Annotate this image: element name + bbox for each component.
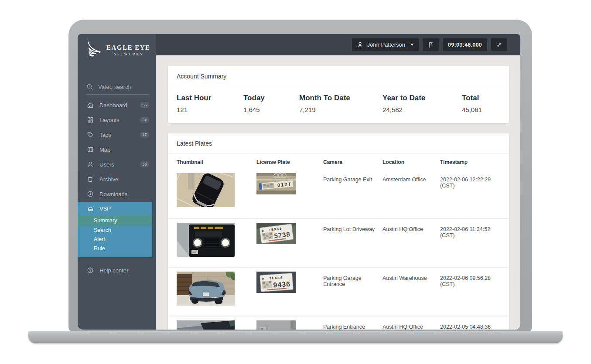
plate-image: 5870 xyxy=(256,320,296,330)
thumbnail-cell xyxy=(177,320,256,330)
sidebar-item-archive[interactable]: Archive xyxy=(78,172,156,187)
thumbnail-image-suv xyxy=(177,320,235,330)
camera-cell: Parking Garage Entrance xyxy=(323,272,383,316)
table-row[interactable]: TEXAS 5738 Parking Lot Driveway Austin H… xyxy=(168,218,509,267)
brand-line1: EAGLE EYE xyxy=(106,44,150,51)
sidebar-subitem-summary[interactable]: Summary xyxy=(78,215,152,226)
sidebar-nav: Dashboard 55 Layouts 24 Tags 1 xyxy=(78,98,156,201)
stat-value: 121 xyxy=(177,106,243,113)
table-row[interactable]: 5870 Parking Entrance Austin HQ Office 2… xyxy=(168,316,509,330)
sidebar-item-map[interactable]: Map xyxy=(78,142,156,157)
license-plate-cell: TEXAS 9436 xyxy=(256,272,323,316)
sidebar-item-label: Dashboard xyxy=(99,102,127,109)
thumbnail-image-hatchback xyxy=(177,272,235,306)
chevron-down-icon xyxy=(410,44,414,46)
stat-value: 24,582 xyxy=(383,106,462,113)
main-area: John Patterson 09:03:46.000 Account xyxy=(156,34,520,330)
brand-logo: EAGLE EYE NETWORKS xyxy=(86,40,156,61)
sidebar-item-label: Help center xyxy=(99,267,128,274)
thumbnail-image-garage-car xyxy=(177,173,235,207)
help-icon xyxy=(87,267,94,274)
layouts-icon xyxy=(87,116,94,123)
stat-label: Today xyxy=(243,94,299,102)
video-search xyxy=(86,83,149,95)
flag-button[interactable] xyxy=(423,38,439,51)
sidebar-item-help-center[interactable]: Help center xyxy=(78,263,156,278)
sidebar-item-tags[interactable]: Tags 17 xyxy=(78,127,156,142)
stat-label: Year to Date xyxy=(383,94,462,102)
person-icon xyxy=(357,41,363,48)
sidebar-subitem-alert[interactable]: Alert xyxy=(78,235,152,244)
sidebar-item-label: Downloads xyxy=(99,191,127,197)
brand-name: EAGLE EYE NETWORKS xyxy=(106,44,150,56)
download-icon xyxy=(87,191,94,197)
count-badge: 17 xyxy=(140,132,149,138)
license-plate-cell: 5870 xyxy=(256,320,323,330)
tag-icon xyxy=(87,131,94,138)
timestamp-cell: 2022-02-06 09:56:28 (CST) xyxy=(440,272,509,316)
sidebar-item-label: Layouts xyxy=(99,117,120,123)
stat-value: 45,061 xyxy=(462,106,509,113)
account-summary-title: Account Summary xyxy=(168,66,509,86)
sidebar-subitem-search[interactable]: Search xyxy=(78,226,152,235)
location-cell: Austin Warehouse xyxy=(383,272,440,316)
table-row[interactable]: TEXAS 9436 Parking Garage Entrance Austi… xyxy=(168,267,509,316)
license-plate-cell: 012T xyxy=(256,173,323,218)
sidebar-item-downloads[interactable]: Downloads xyxy=(78,187,156,201)
sidebar-item-layouts[interactable]: Layouts 24 xyxy=(78,112,156,127)
timestamp-cell: 2022-02-05 04:48:36 (CST) xyxy=(440,320,509,330)
user-menu-button[interactable]: John Patterson xyxy=(352,38,419,51)
stat-month-to-date: Month To Date 7,219 xyxy=(299,94,383,113)
latest-plates-title: Latest Plates xyxy=(168,133,509,153)
sidebar-item-label: Archive xyxy=(99,176,118,183)
table-header-row: Thumbnail License Plate Camera Location … xyxy=(168,153,509,169)
thumbnail-cell xyxy=(177,223,256,267)
account-summary-stats: Last Hour 121 Today 1,645 Month To Date … xyxy=(168,86,509,123)
map-icon xyxy=(87,146,94,153)
stat-value: 7,219 xyxy=(299,106,383,113)
fullscreen-button[interactable] xyxy=(491,38,507,51)
user-name: John Patterson xyxy=(367,41,405,48)
vsp-section: VSP Summary Search Alert Rule xyxy=(78,202,152,257)
stat-label: Total xyxy=(462,94,509,102)
account-summary-card: Account Summary Last Hour 121 Today 1,64… xyxy=(168,66,509,123)
column-header-camera: Camera xyxy=(323,159,383,165)
sidebar: EAGLE EYE NETWORKS Dashboard 55 xyxy=(78,34,156,330)
stat-label: Last Hour xyxy=(177,94,243,102)
sidebar-subitem-rule[interactable]: Rule xyxy=(78,244,152,253)
camera-cell: Parking Lot Driveway xyxy=(323,223,383,267)
clock-display[interactable]: 09:03:46.000 xyxy=(443,38,487,51)
app-window: EAGLE EYE NETWORKS Dashboard 55 xyxy=(78,34,520,330)
thumbnail-cell xyxy=(177,272,256,316)
stat-today: Today 1,645 xyxy=(243,94,299,113)
count-badge: 55 xyxy=(140,102,149,108)
count-badge: 36 xyxy=(140,161,149,167)
count-badge: 24 xyxy=(140,117,149,123)
sidebar-item-label: Tags xyxy=(99,132,111,138)
sidebar-item-label: VSP xyxy=(99,205,111,212)
laptop-base xyxy=(28,331,563,343)
video-search-input[interactable] xyxy=(98,84,146,90)
plate-image: TEXAS 9436 xyxy=(256,272,296,293)
thumbnail-cell xyxy=(177,173,256,218)
timestamp-cell: 2022-02-06 11:34:52 (CST) xyxy=(440,223,509,267)
sidebar-item-dashboard[interactable]: Dashboard 55 xyxy=(78,98,156,112)
stat-label: Month To Date xyxy=(299,94,383,102)
plate-image: TEXAS 5738 xyxy=(256,223,296,244)
column-header-timestamp: Timestamp xyxy=(440,159,509,165)
plate-image: 012T xyxy=(256,173,296,194)
trash-icon xyxy=(87,176,94,183)
sidebar-item-vsp[interactable]: VSP xyxy=(78,202,152,215)
user-icon xyxy=(87,161,94,168)
timestamp-cell: 2022-02-06 12:22:29 (CST) xyxy=(440,173,509,218)
camera-cell: Parking Entrance xyxy=(323,320,383,330)
flag-icon xyxy=(427,41,434,48)
sidebar-item-users[interactable]: Users 36 xyxy=(78,157,156,172)
stat-total: Total 45,061 xyxy=(462,94,509,113)
plate-number: 9436 xyxy=(273,280,291,289)
stat-year-to-date: Year to Date 24,582 xyxy=(383,94,462,113)
column-header-license-plate: License Plate xyxy=(256,159,323,165)
brand-line2: NETWORKS xyxy=(106,52,150,56)
page-content: Account Summary Last Hour 121 Today 1,64… xyxy=(156,55,520,330)
table-row[interactable]: 012T Parking Garage Exit Amsterdam Offic… xyxy=(168,169,509,218)
